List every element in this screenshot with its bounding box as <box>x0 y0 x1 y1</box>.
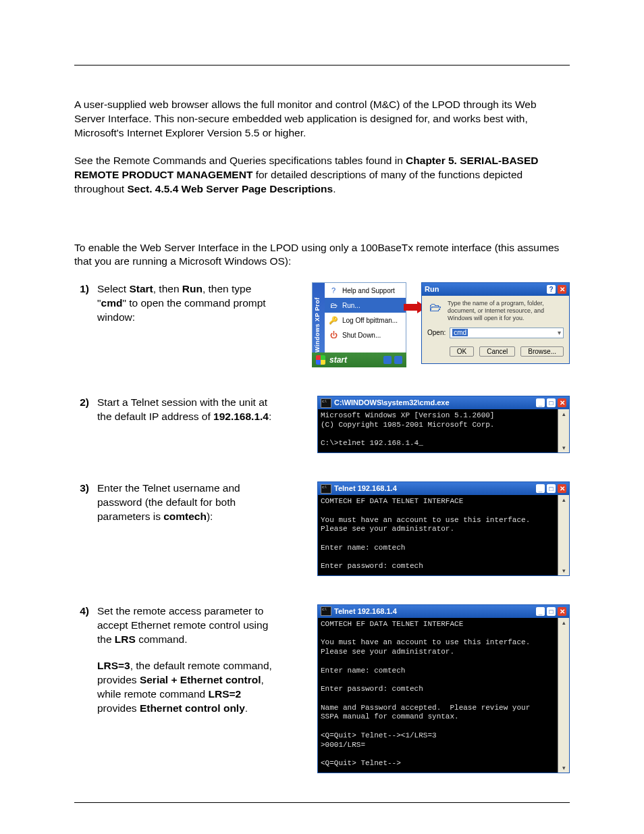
t: comtech <box>163 511 207 522</box>
label: Run... <box>342 301 360 311</box>
close-button[interactable]: ✕ <box>558 484 566 493</box>
t: LRS <box>115 633 136 645</box>
label: Help and Support <box>342 286 395 296</box>
taskbar-start[interactable]: start <box>312 353 406 367</box>
telnet-body[interactable]: COMTECH EF DATA TELNET INTERFACE You mus… <box>318 495 558 575</box>
intro-paragraph-1: A user-supplied web browser allows the f… <box>74 98 570 140</box>
scrollbar[interactable]: ▴ ▾ <box>558 618 569 773</box>
open-label: Open: <box>427 328 446 338</box>
cmd-icon <box>321 398 331 408</box>
scroll-up-icon[interactable]: ▴ <box>562 618 566 627</box>
telnet-body[interactable]: COMTECH EF DATA TELNET INTERFACE You mus… <box>318 618 558 773</box>
step-number: 3) <box>74 481 89 496</box>
label: Shut Down... <box>342 331 381 340</box>
start-item-run[interactable]: 🗁 Run... <box>325 298 406 313</box>
logoff-icon: 🔑 <box>329 315 338 325</box>
telnet-titlebar: Telnet 192.168.1.4 _ □ ✕ <box>318 605 569 618</box>
scroll-up-icon[interactable]: ▴ <box>562 409 566 419</box>
t: . <box>245 702 248 714</box>
t: Serial + Ethernet control <box>140 674 261 685</box>
start-item-help[interactable]: ? Help and Support <box>325 283 406 298</box>
run-dialog: Run ? ✕ 🗁 Type the name of a program, fo… <box>421 282 570 363</box>
step-text: Enter the Telnet username and password (… <box>97 481 274 536</box>
telnet-title-text: Telnet 192.168.1.4 <box>334 484 397 494</box>
t: : <box>269 411 271 422</box>
step-number: 4) <box>74 604 89 619</box>
t: Ethernet control only <box>140 702 245 714</box>
minimize-button[interactable]: _ <box>536 607 545 616</box>
text: . <box>333 183 336 194</box>
t: Run <box>182 283 203 294</box>
scrollbar[interactable]: ▴ ▾ <box>558 495 569 575</box>
step-3: 3) Enter the Telnet username and passwor… <box>74 481 570 576</box>
windows-flag-icon <box>316 355 325 365</box>
scroll-down-icon[interactable]: ▾ <box>562 443 566 452</box>
ok-button[interactable]: OK <box>450 346 474 357</box>
t: Start <box>129 283 153 294</box>
shutdown-icon: ⏻ <box>329 330 338 340</box>
screenshot-column: Windows XP Prof ? Help and Support 🗁 Run… <box>282 282 570 367</box>
cmd-icon <box>321 606 331 616</box>
dropdown-icon[interactable]: ▾ <box>558 328 561 338</box>
t: ): <box>207 511 213 522</box>
text: See the Remote Commands and Queries spec… <box>74 155 406 166</box>
step-2: 2) Start a Telnet session with the unit … <box>74 396 570 453</box>
cmd-titlebar: C:\WINDOWS\system32\cmd.exe _ □ ✕ <box>318 396 569 409</box>
close-button[interactable]: ✕ <box>558 398 566 407</box>
intro-paragraph-2: See the Remote Commands and Queries spec… <box>74 154 570 197</box>
t: provides <box>97 702 140 714</box>
telnet-window: Telnet 192.168.1.4 _ □ ✕ COMTECH EF DATA… <box>317 481 570 576</box>
step-1: 1) Select Start, then Run, then type "cm… <box>74 282 570 367</box>
run-description: Type the name of a program, folder, docu… <box>448 300 564 321</box>
t: LRS=3 <box>97 660 130 671</box>
scroll-down-icon[interactable]: ▾ <box>562 763 566 773</box>
run-dialog-body: 🗁 Type the name of a program, folder, do… <box>422 296 569 363</box>
t: " to open the command prompt window: <box>97 297 266 323</box>
tray-icons <box>383 356 402 364</box>
scroll-down-icon[interactable]: ▾ <box>562 566 566 575</box>
run-title-text: Run <box>425 284 439 294</box>
cmd-body[interactable]: Microsoft Windows XP [Version 5.1.2600] … <box>318 409 558 452</box>
document-page: A user-supplied web browser allows the f… <box>0 0 644 834</box>
minimize-button[interactable]: _ <box>536 484 545 493</box>
tray-icon[interactable] <box>383 356 392 364</box>
maximize-button[interactable]: □ <box>547 398 556 407</box>
t: 192.168.1.4 <box>213 411 269 422</box>
t: cmd <box>101 297 123 309</box>
scrollbar[interactable]: ▴ ▾ <box>558 409 569 452</box>
start-item-shutdown[interactable]: ⏻ Shut Down... <box>325 328 406 342</box>
minimize-button[interactable]: _ <box>536 398 545 407</box>
intro-paragraph-3: To enable the Web Server Interface in th… <box>74 241 570 269</box>
step-number: 1) <box>74 282 89 296</box>
tray-icon[interactable] <box>394 356 402 364</box>
cmd-icon <box>321 484 331 494</box>
step-text: Select Start, then Run, then type "cmd" … <box>97 282 274 337</box>
step-text: Start a Telnet session with the unit at … <box>97 396 274 436</box>
start-label: start <box>329 355 347 365</box>
cancel-button[interactable]: Cancel <box>479 346 515 357</box>
run-dialog-titlebar: Run ? ✕ <box>422 283 569 296</box>
close-button[interactable]: ✕ <box>558 607 566 616</box>
spacer <box>74 210 570 241</box>
t: Select <box>97 283 129 294</box>
scroll-up-icon[interactable]: ▴ <box>562 495 566 504</box>
close-button[interactable]: ✕ <box>558 285 566 294</box>
help-button[interactable]: ? <box>547 285 556 294</box>
browse-button[interactable]: Browse... <box>520 346 564 357</box>
maximize-button[interactable]: □ <box>547 607 556 616</box>
step-text: Set the remote access parameter to accep… <box>97 604 274 727</box>
run-dialog-icon: 🗁 <box>427 300 444 316</box>
top-rule <box>74 65 570 66</box>
run-icon: 🗁 <box>329 301 338 310</box>
t: , then <box>153 283 182 294</box>
telnet-titlebar: Telnet 192.168.1.4 _ □ ✕ <box>318 482 569 495</box>
telnet-title-text: Telnet 192.168.1.4 <box>334 606 397 617</box>
t: command. <box>136 633 188 645</box>
start-item-logoff[interactable]: 🔑 Log Off bpittman... <box>325 313 406 328</box>
step-number: 2) <box>74 396 89 410</box>
maximize-button[interactable]: □ <box>547 484 556 493</box>
cmd-window: C:\WINDOWS\system32\cmd.exe _ □ ✕ Micros… <box>317 396 570 453</box>
cmd-title-text: C:\WINDOWS\system32\cmd.exe <box>334 398 450 408</box>
section-ref: Sect. 4.5.4 Web Server Page Descriptions <box>127 183 333 194</box>
run-open-input[interactable]: cmd ▾ <box>450 328 564 338</box>
